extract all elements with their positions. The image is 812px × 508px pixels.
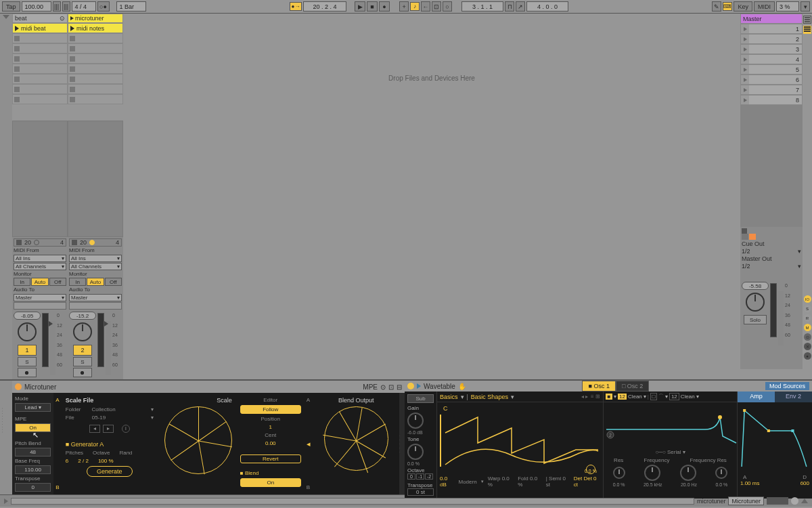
save-icon[interactable]: ⊙: [380, 383, 386, 391]
fold-value[interactable]: Fold 0.0 %: [518, 475, 542, 488]
cent-value[interactable]: 0.00: [240, 440, 301, 446]
scale-wheel[interactable]: [164, 406, 232, 474]
transpose-field[interactable]: 0: [15, 483, 51, 492]
blend-wheel[interactable]: [324, 406, 388, 471]
expand-icon[interactable]: [417, 383, 421, 389]
filter1-slope[interactable]: 12: [618, 394, 627, 400]
device-on-icon[interactable]: [407, 383, 414, 389]
mod-sources-tab[interactable]: Mod Sources: [765, 382, 809, 390]
fres-knob[interactable]: [715, 467, 727, 479]
solo-button[interactable]: S: [73, 357, 92, 366]
tone-knob[interactable]: [407, 444, 424, 460]
midi-channel-select[interactable]: All Channels▾: [69, 263, 122, 270]
fold-icon[interactable]: ⊡: [388, 383, 394, 391]
clip-slot[interactable]: [12, 74, 68, 84]
track-header[interactable]: beat⊙: [12, 14, 68, 23]
automation-arm[interactable]: ♪: [410, 2, 420, 11]
scene-row[interactable]: 4: [740, 54, 803, 64]
overload-icon[interactable]: ▾: [800, 1, 810, 12]
stop-button[interactable]: ■: [367, 1, 378, 12]
warp-value[interactable]: Warp 0.0 %: [488, 475, 514, 488]
det-knob[interactable]: [586, 465, 595, 474]
quantize-field[interactable]: 1 Bar: [116, 1, 146, 12]
volume-readout[interactable]: -8.05: [14, 312, 41, 320]
clip-slot[interactable]: [68, 64, 123, 74]
loop-length[interactable]: 4 . 0 . 0: [526, 1, 568, 12]
chevron-down-icon[interactable]: ▾: [151, 406, 154, 412]
pan-knob[interactable]: [18, 322, 37, 341]
arm-button[interactable]: ⏺: [73, 368, 92, 377]
volume-fader[interactable]: [106, 321, 111, 375]
clip-slot[interactable]: midi beat: [12, 23, 68, 33]
audio-to-select[interactable]: Master▾: [14, 294, 66, 301]
pan-knob[interactable]: [73, 322, 92, 341]
clip-slot[interactable]: [12, 84, 68, 94]
scene-row[interactable]: 1: [740, 24, 803, 34]
selector-r[interactable]: R: [804, 314, 811, 322]
key-map[interactable]: Key: [734, 1, 752, 12]
monitor-in[interactable]: In: [14, 278, 30, 286]
clip-slot[interactable]: [68, 43, 123, 54]
browser-toggle[interactable]: [3, 15, 9, 19]
track-activator[interactable]: 2: [73, 345, 92, 356]
metronome-button[interactable]: ○●: [97, 1, 110, 12]
semi-value[interactable]: Semi 0 st: [546, 475, 566, 488]
punch-icon[interactable]: ↗: [516, 1, 525, 12]
freq2-knob[interactable]: [680, 465, 696, 481]
view-toggle-icon[interactable]: [803, 16, 811, 24]
tap-button[interactable]: Tap: [2, 1, 20, 12]
midi-from-select[interactable]: All Ins▾: [69, 255, 122, 262]
filter2-toggle[interactable]: □: [650, 393, 657, 400]
drop-area[interactable]: Drop Files and Devices Here: [123, 14, 740, 379]
selector-s[interactable]: S: [804, 305, 811, 312]
prev-button[interactable]: ◂: [89, 425, 100, 433]
scene-row[interactable]: 8: [740, 95, 803, 105]
selector-m[interactable]: M: [804, 324, 811, 331]
decay-value[interactable]: 600: [800, 480, 809, 486]
device-on-icon[interactable]: [15, 383, 22, 390]
chevron-down-icon[interactable]: ▾: [151, 415, 154, 421]
filter1-type[interactable]: Clean: [628, 394, 642, 400]
volume-readout[interactable]: -5.58: [742, 282, 769, 290]
monitor-off[interactable]: Off: [49, 278, 66, 286]
capture-button[interactable]: ⊡: [432, 1, 441, 12]
clip-slot[interactable]: [68, 94, 123, 104]
nav-icons[interactable]: ◂ ▸: [581, 394, 588, 400]
time-sig[interactable]: 4 / 4: [72, 1, 96, 12]
clip-slot[interactable]: [12, 64, 68, 74]
device-titlebar[interactable]: Wavetable ✋ ■ Osc 1 □ Osc 2 Mod Sources: [405, 381, 812, 391]
io-toggle[interactable]: [803, 26, 811, 34]
revert-button[interactable]: Revert: [240, 454, 301, 463]
stop-icon[interactable]: [14, 36, 20, 41]
monitor-in[interactable]: In: [69, 278, 86, 286]
envelope-display[interactable]: [738, 402, 812, 473]
midi-channel-select[interactable]: All Channels▾: [14, 263, 66, 270]
transpose-field[interactable]: 0 st: [407, 488, 434, 496]
file-select[interactable]: 05-19: [92, 415, 106, 421]
midi-map[interactable]: MIDI: [754, 1, 775, 12]
loop-start[interactable]: 3 . 1 . 1: [461, 1, 503, 12]
freq1-knob[interactable]: [644, 465, 660, 481]
selector-x[interactable]: ✕: [804, 343, 811, 350]
follow-icon[interactable]: ●→: [290, 2, 302, 11]
osc1-tab[interactable]: ■ Osc 1: [582, 381, 615, 391]
selector-c[interactable]: ●: [804, 352, 811, 360]
next-button[interactable]: ▸: [103, 425, 114, 433]
track-header[interactable]: microtuner: [68, 14, 123, 23]
amp-tab[interactable]: Amp: [738, 391, 775, 402]
keyboard-icon[interactable]: ⌨: [723, 2, 732, 11]
tempo-field[interactable]: 100.00: [22, 1, 51, 12]
stop-all-icon[interactable]: [16, 240, 22, 245]
clip-slot[interactable]: midi notes: [68, 23, 123, 33]
monitor-auto[interactable]: Auto: [87, 278, 104, 286]
clip-slot[interactable]: [12, 94, 68, 104]
monitor-off[interactable]: Off: [105, 278, 122, 286]
mode-select[interactable]: Lead ▾: [15, 403, 51, 412]
sub-button[interactable]: Sub: [407, 394, 434, 403]
expand-up-icon[interactable]: [801, 499, 808, 503]
clip-slot[interactable]: [12, 33, 68, 43]
clip-slot[interactable]: [68, 33, 123, 43]
basics-select[interactable]: Basics: [440, 394, 458, 400]
position-value[interactable]: 1: [240, 424, 301, 430]
solo-button[interactable]: Solo: [744, 315, 767, 324]
